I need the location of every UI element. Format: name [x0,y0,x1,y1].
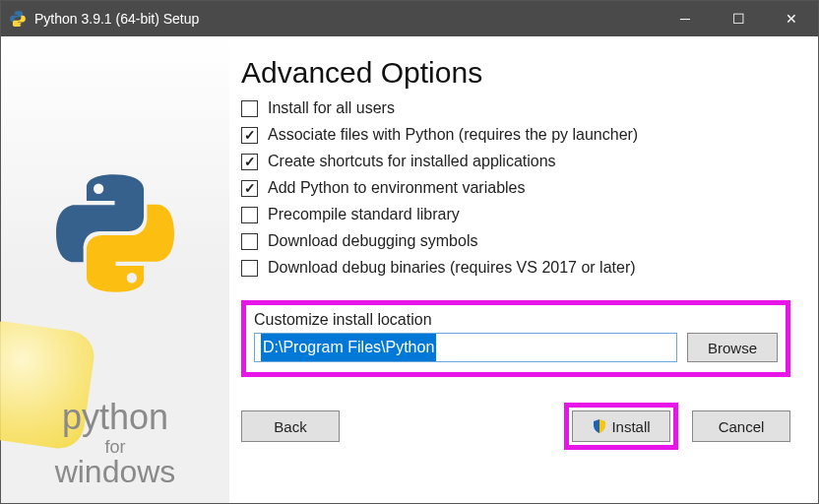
option-label: Add Python to environment variables [268,179,525,197]
window-title: Python 3.9.1 (64-bit) Setup [34,11,659,27]
python-icon [9,10,27,28]
opt-precompile-stdlib[interactable]: Precompile standard library [241,206,790,223]
option-label: Create shortcuts for installed applicati… [268,153,556,170]
minimize-button[interactable]: ─ [659,1,712,36]
installer-window: Python 3.9.1 (64-bit) Setup ─ ☐ ✕ python… [0,0,819,504]
opt-install-all-users[interactable]: Install for all users [241,99,790,117]
install-highlight: Install [564,403,678,450]
opt-associate-files[interactable]: Associate files with Python (requires th… [241,126,790,144]
install-location-input[interactable]: D:\Program Files\Python [254,333,677,362]
uac-shield-icon [592,418,607,434]
checkbox[interactable] [241,233,258,250]
brand-line1: python [55,399,176,436]
sidebar: python for windows [1,36,229,503]
close-button[interactable]: ✕ [765,1,818,36]
checkbox[interactable] [241,127,258,144]
checkbox[interactable] [241,154,258,170]
checkbox[interactable] [241,207,258,223]
page-heading: Advanced Options [241,56,790,90]
option-label: Precompile standard library [268,206,460,223]
brand-text: python for windows [55,399,176,489]
cancel-button[interactable]: Cancel [692,410,790,442]
main-panel: Advanced Options Install for all users A… [229,36,818,503]
install-location-group: Customize install location D:\Program Fi… [241,300,790,377]
install-button[interactable]: Install [572,410,670,442]
maximize-button[interactable]: ☐ [712,1,765,36]
option-label: Install for all users [268,99,395,117]
opt-download-debug-binaries[interactable]: Download debug binaries (requires VS 201… [241,259,790,277]
option-label: Download debugging symbols [268,232,477,250]
options-list: Install for all users Associate files wi… [241,99,790,277]
footer-buttons: Back Install Cancel [241,403,790,450]
brand-line3: windows [55,456,176,489]
python-logo [56,174,174,292]
checkbox[interactable] [241,260,258,277]
opt-create-shortcuts[interactable]: Create shortcuts for installed applicati… [241,153,790,170]
browse-button[interactable]: Browse [687,333,778,362]
checkbox[interactable] [241,100,258,117]
back-button[interactable]: Back [241,410,340,442]
opt-download-debug-symbols[interactable]: Download debugging symbols [241,232,790,250]
window-controls: ─ ☐ ✕ [659,1,818,36]
title-bar[interactable]: Python 3.9.1 (64-bit) Setup ─ ☐ ✕ [1,1,818,36]
install-location-label: Customize install location [254,311,778,329]
install-location-value: D:\Program Files\Python [261,334,436,361]
option-label: Associate files with Python (requires th… [268,126,638,144]
window-body: python for windows Advanced Options Inst… [1,36,818,503]
checkbox[interactable] [241,180,258,197]
install-button-label: Install [611,418,650,435]
opt-add-to-path[interactable]: Add Python to environment variables [241,179,790,197]
option-label: Download debug binaries (requires VS 201… [268,259,636,277]
